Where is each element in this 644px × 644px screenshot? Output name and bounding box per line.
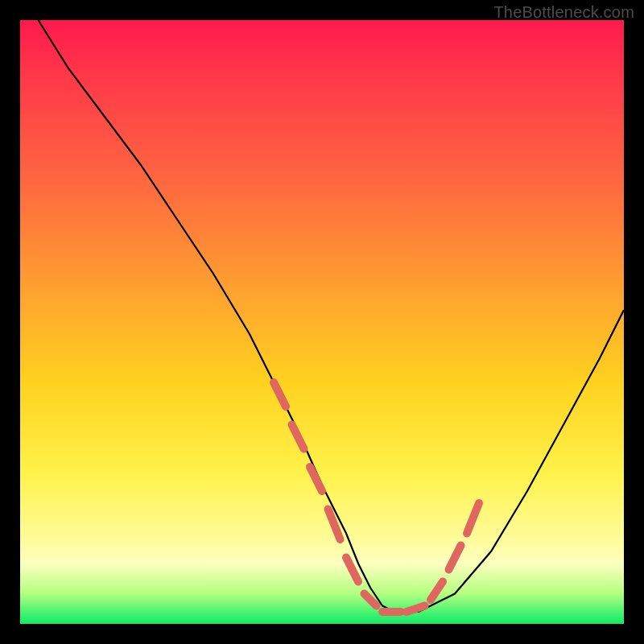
watermark-text: TheBottleneck.com xyxy=(493,3,634,22)
highlight-dash xyxy=(449,546,461,570)
highlight-dash xyxy=(467,503,479,534)
highlight-dash xyxy=(328,510,341,540)
plot-area xyxy=(20,20,624,624)
highlight-dash xyxy=(292,425,304,449)
highlight-dash-group xyxy=(274,382,479,612)
highlight-dash xyxy=(431,582,443,601)
curve-svg xyxy=(20,20,624,624)
highlight-dash xyxy=(274,382,286,407)
highlight-dash xyxy=(310,467,322,491)
outer-black-frame: TheBottleneck.com xyxy=(0,0,644,644)
highlight-dash xyxy=(407,606,425,613)
